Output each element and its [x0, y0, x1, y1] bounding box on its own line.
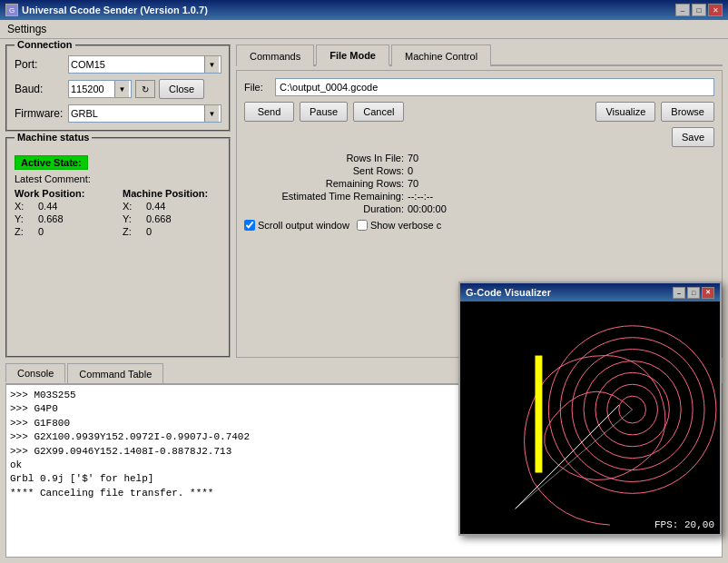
work-z-label: Z: — [15, 226, 33, 237]
show-verbose-label: Show verbose c — [370, 220, 441, 231]
connection-group: Connection Port: COM15 ▼ Baud: 115200 ▼ … — [5, 44, 231, 132]
firmware-combo[interactable]: GRBL ▼ — [68, 104, 221, 123]
refresh-button[interactable]: ↻ — [135, 80, 155, 98]
duration-row: Duration: 00:00:00 — [244, 203, 714, 214]
rows-in-file-row: Rows In File: 70 — [244, 153, 714, 163]
app-title: Universal Gcode Sender (Version 1.0.7) — [22, 5, 208, 15]
viz-maximize-button[interactable]: □ — [687, 287, 700, 299]
machine-y-label: Y: — [123, 213, 141, 224]
rows-in-file-label: Rows In File: — [244, 153, 408, 163]
work-position-label: Work Position: — [15, 188, 113, 199]
fps-label: FPS: 20,00 — [654, 519, 714, 530]
port-label: Port: — [15, 58, 64, 71]
machine-x-label: X: — [123, 201, 141, 212]
save-row: Save — [244, 127, 714, 147]
machine-status-group: Machine status Active State: Latest Comm… — [5, 137, 231, 358]
browse-button[interactable]: Browse — [661, 102, 714, 122]
tab-console[interactable]: Console — [5, 363, 65, 383]
work-position-col: Work Position: X: 0.44 Y: 0.668 Z: 0 — [15, 188, 113, 237]
viz-canvas: FPS: 20,00 — [460, 301, 720, 534]
rows-in-file-value: 70 — [408, 153, 418, 163]
remaining-rows-value: 70 — [408, 178, 418, 189]
tab-machine-control[interactable]: Machine Control — [391, 44, 491, 66]
title-bar: G Universal Gcode Sender (Version 1.0.7)… — [0, 0, 728, 20]
baud-row: Baud: 115200 ▼ ↻ Close — [15, 79, 221, 99]
port-row: Port: COM15 ▼ — [15, 55, 221, 74]
scroll-output-label: Scroll output window — [258, 220, 349, 231]
work-x-label: X: — [15, 201, 33, 212]
baud-arrow: ▼ — [114, 81, 129, 97]
tab-file-mode[interactable]: File Mode — [316, 44, 389, 66]
stats-area: Rows In File: 70 Sent Rows: 0 Remaining … — [244, 153, 714, 214]
sent-rows-value: 0 — [408, 165, 413, 176]
left-panel: Connection Port: COM15 ▼ Baud: 115200 ▼ … — [5, 44, 231, 358]
scroll-output-checkbox-item: Scroll output window — [244, 220, 349, 231]
estimated-time-label: Estimated Time Remaining: — [244, 191, 408, 202]
work-z-value: 0 — [38, 226, 44, 237]
app-icon: G — [5, 4, 18, 16]
file-label: File: — [244, 82, 271, 93]
close-button[interactable]: ✕ — [708, 4, 723, 16]
latest-comment-label: Latest Comment: — [15, 173, 91, 184]
baud-combo[interactable]: 115200 ▼ — [68, 80, 132, 98]
machine-y-value: 0.668 — [146, 213, 172, 224]
viz-title: G-Code Visualizer — [466, 287, 551, 298]
position-section: Work Position: X: 0.44 Y: 0.668 Z: 0 — [15, 188, 221, 237]
minimize-button[interactable]: – — [675, 4, 690, 16]
window-controls: – □ ✕ — [675, 4, 723, 16]
tab-command-table[interactable]: Command Table — [67, 363, 163, 383]
viz-minimize-button[interactable]: – — [673, 287, 685, 299]
action-row: Send Pause Cancel Visualize Browse — [244, 102, 714, 122]
pause-button[interactable]: Pause — [300, 102, 348, 122]
port-arrow: ▼ — [204, 56, 219, 73]
machine-x-row: X: 0.44 — [123, 201, 221, 212]
remaining-rows-label: Remaining Rows: — [244, 178, 408, 189]
baud-value: 115200 — [71, 84, 104, 94]
svg-rect-7 — [535, 356, 542, 473]
visualizer-window: G-Code Visualizer – □ ✕ — [458, 282, 722, 536]
machine-z-label: Z: — [123, 226, 141, 237]
latest-comment-row: Latest Comment: — [15, 173, 221, 184]
machine-position-col: Machine Position: X: 0.44 Y: 0.668 Z: 0 — [123, 188, 221, 237]
work-y-label: Y: — [15, 213, 33, 224]
machine-y-row: Y: 0.668 — [123, 213, 221, 224]
work-x-value: 0.44 — [38, 201, 57, 212]
scroll-output-checkbox[interactable] — [244, 220, 255, 231]
work-x-row: X: 0.44 — [15, 201, 113, 212]
show-verbose-checkbox-item: Show verbose c — [357, 220, 441, 231]
firmware-row: Firmware: GRBL ▼ — [15, 104, 221, 123]
cancel-button[interactable]: Cancel — [353, 102, 404, 122]
machine-x-value: 0.44 — [146, 201, 165, 212]
viz-controls: – □ ✕ — [673, 287, 714, 299]
visualize-button[interactable]: Visualize — [595, 102, 655, 122]
firmware-label: Firmware: — [15, 107, 64, 120]
menu-bar: Settings — [0, 20, 728, 39]
viz-title-bar: G-Code Visualizer – □ ✕ — [460, 283, 720, 301]
estimated-time-row: Estimated Time Remaining: --:--:-- — [244, 191, 714, 202]
remaining-rows-row: Remaining Rows: 70 — [244, 178, 714, 189]
maximize-button[interactable]: □ — [692, 4, 706, 16]
viz-close-button[interactable]: ✕ — [702, 287, 714, 299]
work-z-row: Z: 0 — [15, 226, 113, 237]
firmware-value: GRBL — [71, 108, 98, 119]
work-y-value: 0.668 — [38, 213, 64, 224]
work-y-row: Y: 0.668 — [15, 213, 113, 224]
sent-rows-row: Sent Rows: 0 — [244, 165, 714, 176]
send-button[interactable]: Send — [244, 102, 294, 122]
tab-commands[interactable]: Commands — [236, 44, 314, 66]
firmware-arrow: ▼ — [204, 105, 219, 122]
save-button[interactable]: Save — [672, 127, 714, 147]
file-path-input[interactable] — [275, 78, 714, 96]
menu-settings[interactable]: Settings — [7, 23, 46, 35]
show-verbose-checkbox[interactable] — [357, 220, 368, 231]
estimated-time-value: --:--:-- — [408, 191, 433, 202]
close-connection-button[interactable]: Close — [159, 79, 204, 99]
port-combo[interactable]: COM15 ▼ — [68, 55, 221, 74]
options-row: Scroll output window Show verbose c — [244, 220, 714, 231]
machine-position-label: Machine Position: — [123, 188, 221, 199]
port-value: COM15 — [71, 59, 105, 70]
svg-point-0 — [619, 396, 646, 423]
tab-bar: Commands File Mode Machine Control — [236, 44, 723, 66]
active-state-badge: Active State: — [15, 155, 88, 170]
machine-z-value: 0 — [146, 226, 152, 237]
